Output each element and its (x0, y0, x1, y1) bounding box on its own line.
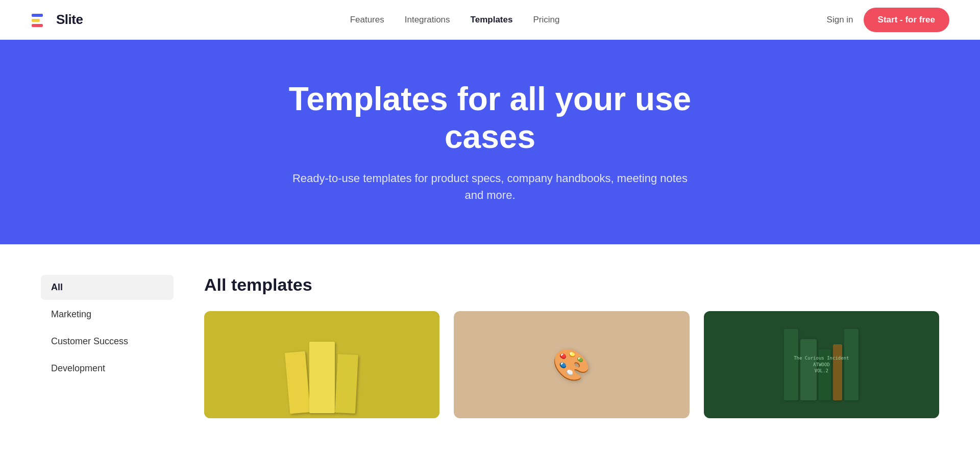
svg-rect-1 (32, 19, 40, 22)
card-1-inner (204, 311, 439, 418)
file-stack-1 (285, 351, 310, 414)
navbar-actions: Sign in Start - for free (827, 8, 949, 32)
hero-section: Templates for all your use cases Ready-t… (0, 40, 980, 244)
file-stack-2 (309, 342, 335, 413)
logo-text: Slite (56, 12, 83, 28)
template-card-3[interactable]: The Curious IncidentATWOODVOL.2 (704, 311, 939, 418)
svg-rect-0 (32, 14, 43, 17)
templates-grid: 🎨 The Curious IncidentATWOODVOL.2 (204, 311, 939, 418)
templates-title: All templates (204, 275, 939, 295)
nav-features[interactable]: Features (350, 15, 384, 25)
files-visual (287, 342, 357, 413)
logo-icon (31, 10, 51, 30)
logo[interactable]: Slite (31, 10, 83, 30)
main-content: All Marketing Customer Success Developme… (0, 244, 980, 449)
nav-templates[interactable]: Templates (471, 15, 513, 25)
sidebar-item-marketing[interactable]: Marketing (41, 302, 174, 327)
sidebar-item-development[interactable]: Development (41, 356, 174, 381)
navbar: Slite Features Integrations Templates Pr… (0, 0, 980, 40)
nav-links: Features Integrations Templates Pricing (350, 15, 560, 25)
nav-pricing[interactable]: Pricing (533, 15, 559, 25)
palette-icon: 🎨 (552, 347, 591, 383)
nav-integrations[interactable]: Integrations (405, 15, 450, 25)
file-stack-3 (335, 354, 358, 414)
start-button[interactable]: Start - for free (864, 8, 949, 32)
hero-title: Templates for all your use cases (260, 81, 720, 156)
svg-rect-2 (32, 24, 43, 27)
signin-link[interactable]: Sign in (827, 15, 853, 25)
sidebar: All Marketing Customer Success Developme… (41, 275, 174, 418)
templates-section: All templates 🎨 (204, 275, 939, 418)
card-3-text: The Curious IncidentATWOODVOL.2 (790, 351, 853, 378)
template-card-2[interactable]: 🎨 (454, 311, 689, 418)
hero-subtitle: Ready-to-use templates for product specs… (291, 170, 689, 203)
sidebar-item-all[interactable]: All (41, 275, 174, 300)
template-card-1[interactable] (204, 311, 439, 418)
sidebar-item-customer-success[interactable]: Customer Success (41, 329, 174, 354)
card-3-overlay: The Curious IncidentATWOODVOL.2 (704, 311, 939, 418)
